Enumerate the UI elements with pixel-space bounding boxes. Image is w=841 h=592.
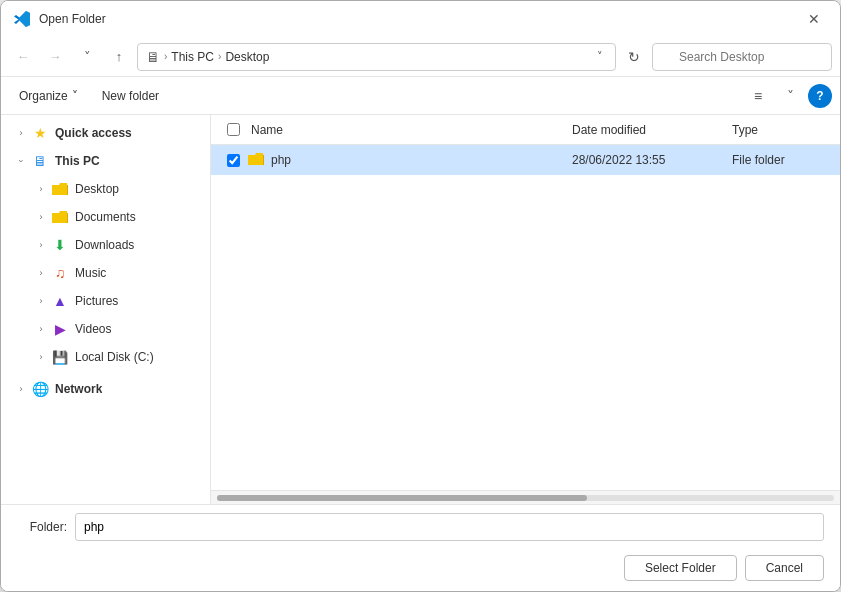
file-checkbox[interactable]: [227, 154, 240, 167]
music-icon: ♫: [51, 264, 69, 282]
toolbar: Organize ˅ New folder ≡ ˅ ?: [1, 77, 840, 115]
scrollbar-thumb[interactable]: [217, 495, 587, 501]
videos-arrow: ›: [33, 324, 49, 334]
monitor-icon: 🖥: [146, 49, 160, 65]
forward-button[interactable]: →: [41, 43, 69, 71]
folder-row: Folder:: [1, 505, 840, 549]
sidebar-item-quick-access[interactable]: › ★ Quick access: [5, 119, 206, 147]
pictures-label: Pictures: [75, 294, 118, 308]
help-button[interactable]: ?: [808, 84, 832, 108]
button-row: Select Folder Cancel: [1, 549, 840, 591]
quick-access-label: Quick access: [55, 126, 132, 140]
address-bar: 🖥 › This PC › Desktop ˅: [137, 43, 616, 71]
organize-label: Organize: [19, 89, 68, 103]
documents-label: Documents: [75, 210, 136, 224]
search-input[interactable]: [652, 43, 832, 71]
downloads-icon: ⬇: [51, 236, 69, 254]
sidebar-item-downloads[interactable]: › ⬇ Downloads: [5, 231, 206, 259]
navbar: ← → ˅ ↑ 🖥 › This PC › Desktop ˅ ↻ 🔍: [1, 37, 840, 77]
network-label: Network: [55, 382, 102, 396]
open-folder-dialog: Open Folder ✕ ← → ˅ ↑ 🖥 › This PC › Desk…: [0, 0, 841, 592]
network-icon: 🌐: [31, 380, 49, 398]
back-button[interactable]: ←: [9, 43, 37, 71]
sidebar-item-documents[interactable]: › Documents: [5, 203, 206, 231]
folder-input[interactable]: [75, 513, 824, 541]
music-arrow: ›: [33, 268, 49, 278]
address-part1: This PC: [171, 50, 214, 64]
new-folder-label: New folder: [102, 89, 159, 103]
date-col-header: Date modified: [572, 123, 732, 137]
expand-button[interactable]: ˅: [73, 43, 101, 71]
name-col-header: Name: [247, 123, 572, 137]
dialog-title: Open Folder: [39, 12, 800, 26]
organize-arrow: ˅: [72, 89, 78, 103]
cancel-button[interactable]: Cancel: [745, 555, 824, 581]
desktop-label: Desktop: [75, 182, 119, 196]
address-sep2: ›: [218, 51, 221, 62]
desktop-arrow: ›: [33, 184, 49, 194]
address-dropdown-button[interactable]: ˅: [593, 48, 607, 65]
file-name: php: [271, 153, 572, 167]
local-disk-label: Local Disk (C:): [75, 350, 154, 364]
folder-label: Folder:: [17, 520, 67, 534]
sidebar: › ★ Quick access › 🖥 This PC › Desktop ›: [1, 115, 211, 504]
file-checkbox-wrap: [219, 154, 247, 167]
file-date: 28/06/2022 13:55: [572, 153, 732, 167]
pc-icon: 🖥: [31, 152, 49, 170]
address-sep1: ›: [164, 51, 167, 62]
downloads-arrow: ›: [33, 240, 49, 250]
sidebar-item-this-pc[interactable]: › 🖥 This PC: [5, 147, 206, 175]
desktop-folder-icon: [51, 180, 69, 198]
documents-arrow: ›: [33, 212, 49, 222]
content-panel: Name Date modified Type php 28/06/2022 1…: [211, 115, 840, 504]
organize-button[interactable]: Organize ˅: [9, 85, 88, 107]
quick-access-arrow: ›: [13, 128, 29, 138]
downloads-label: Downloads: [75, 238, 134, 252]
file-type: File folder: [732, 153, 832, 167]
horizontal-scrollbar[interactable]: [211, 490, 840, 504]
column-headers: Name Date modified Type: [211, 115, 840, 145]
sidebar-item-desktop[interactable]: › Desktop: [5, 175, 206, 203]
videos-label: Videos: [75, 322, 111, 336]
type-col-header: Type: [732, 123, 832, 137]
videos-icon: ▶: [51, 320, 69, 338]
refresh-button[interactable]: ↻: [620, 43, 648, 71]
new-folder-button[interactable]: New folder: [92, 85, 169, 107]
this-pc-arrow: ›: [16, 153, 26, 169]
check-col-header: [219, 123, 247, 136]
network-arrow: ›: [13, 384, 29, 394]
select-folder-button[interactable]: Select Folder: [624, 555, 737, 581]
titlebar: Open Folder ✕: [1, 1, 840, 37]
view-dropdown-button[interactable]: ˅: [776, 82, 804, 110]
view-button[interactable]: ≡: [744, 82, 772, 110]
scrollbar-track: [217, 495, 834, 501]
address-part2: Desktop: [225, 50, 269, 64]
content-scroll: Name Date modified Type php 28/06/2022 1…: [211, 115, 840, 490]
sidebar-item-videos[interactable]: › ▶ Videos: [5, 315, 206, 343]
star-icon: ★: [31, 124, 49, 142]
bottom-bar: Folder: Select Folder Cancel: [1, 504, 840, 591]
documents-folder-icon: [51, 208, 69, 226]
sidebar-item-local-disk[interactable]: › 💾 Local Disk (C:): [5, 343, 206, 371]
music-label: Music: [75, 266, 106, 280]
up-button[interactable]: ↑: [105, 43, 133, 71]
local-disk-arrow: ›: [33, 352, 49, 362]
table-row[interactable]: php 28/06/2022 13:55 File folder: [211, 145, 840, 175]
php-folder-icon: [247, 150, 267, 170]
this-pc-label: This PC: [55, 154, 100, 168]
sidebar-item-music[interactable]: › ♫ Music: [5, 259, 206, 287]
pictures-arrow: ›: [33, 296, 49, 306]
pictures-icon: ▲: [51, 292, 69, 310]
hdd-icon: 💾: [51, 348, 69, 366]
sidebar-item-network[interactable]: › 🌐 Network: [5, 375, 206, 403]
close-button[interactable]: ✕: [800, 5, 828, 33]
main-area: › ★ Quick access › 🖥 This PC › Desktop ›: [1, 115, 840, 504]
vscode-icon: [13, 10, 31, 28]
sidebar-item-pictures[interactable]: › ▲ Pictures: [5, 287, 206, 315]
select-all-checkbox[interactable]: [227, 123, 240, 136]
search-wrap: 🔍: [652, 43, 832, 71]
